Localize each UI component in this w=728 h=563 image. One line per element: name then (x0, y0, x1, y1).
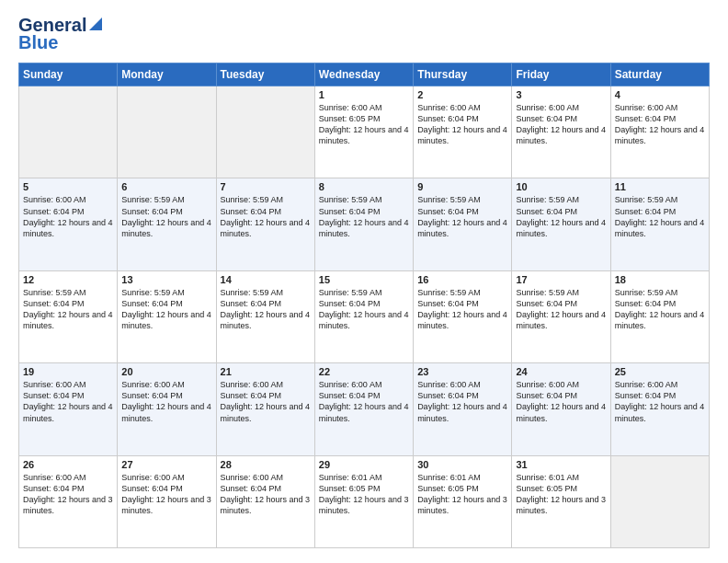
calendar-cell: 31Sunrise: 6:01 AMSunset: 6:05 PMDayligh… (512, 455, 610, 547)
day-number: 30 (417, 459, 507, 470)
day-number: 17 (516, 274, 606, 285)
calendar-day-header: Friday (512, 63, 610, 86)
calendar-cell: 27Sunrise: 6:00 AMSunset: 6:04 PMDayligh… (118, 455, 216, 547)
calendar-week-row: 1Sunrise: 6:00 AMSunset: 6:05 PMDaylight… (19, 86, 710, 178)
cell-content: Sunrise: 6:01 AMSunset: 6:05 PMDaylight:… (319, 472, 409, 517)
cell-content: Sunrise: 6:00 AMSunset: 6:04 PMDaylight:… (221, 379, 311, 424)
calendar-week-row: 19Sunrise: 6:00 AMSunset: 6:04 PMDayligh… (19, 363, 710, 455)
calendar-cell: 30Sunrise: 6:01 AMSunset: 6:05 PMDayligh… (414, 455, 512, 547)
cell-content: Sunrise: 5:59 AMSunset: 6:04 PMDaylight:… (417, 287, 507, 332)
calendar-cell: 18Sunrise: 5:59 AMSunset: 6:04 PMDayligh… (610, 270, 709, 362)
cell-content: Sunrise: 5:59 AMSunset: 6:04 PMDaylight:… (615, 194, 705, 239)
calendar-cell (19, 86, 118, 178)
calendar-cell: 11Sunrise: 5:59 AMSunset: 6:04 PMDayligh… (610, 178, 709, 270)
cell-content: Sunrise: 5:59 AMSunset: 6:04 PMDaylight:… (121, 194, 211, 239)
day-number: 27 (121, 459, 211, 470)
logo: General Blue (18, 15, 102, 53)
cell-content: Sunrise: 6:00 AMSunset: 6:04 PMDaylight:… (417, 102, 507, 147)
calendar-cell: 8Sunrise: 5:59 AMSunset: 6:04 PMDaylight… (314, 178, 413, 270)
day-number: 26 (23, 459, 113, 470)
day-number: 29 (319, 459, 409, 470)
cell-content: Sunrise: 6:00 AMSunset: 6:04 PMDaylight:… (615, 379, 705, 424)
calendar-cell: 23Sunrise: 6:00 AMSunset: 6:04 PMDayligh… (414, 363, 512, 455)
day-number: 3 (516, 89, 606, 100)
cell-content: Sunrise: 6:00 AMSunset: 6:04 PMDaylight:… (516, 102, 606, 147)
calendar-cell: 6Sunrise: 5:59 AMSunset: 6:04 PMDaylight… (118, 178, 216, 270)
day-number: 28 (221, 459, 311, 470)
cell-content: Sunrise: 5:59 AMSunset: 6:04 PMDaylight:… (319, 194, 409, 239)
day-number: 9 (417, 181, 507, 192)
cell-content: Sunrise: 6:01 AMSunset: 6:05 PMDaylight:… (516, 472, 606, 517)
cell-content: Sunrise: 5:59 AMSunset: 6:04 PMDaylight:… (221, 194, 311, 239)
day-number: 31 (516, 459, 606, 470)
cell-content: Sunrise: 6:00 AMSunset: 6:04 PMDaylight:… (417, 379, 507, 424)
calendar-cell (118, 86, 216, 178)
day-number: 16 (417, 274, 507, 285)
cell-content: Sunrise: 5:59 AMSunset: 6:04 PMDaylight:… (23, 287, 113, 332)
calendar-day-header: Wednesday (314, 63, 413, 86)
cell-content: Sunrise: 5:59 AMSunset: 6:04 PMDaylight:… (319, 287, 409, 332)
cell-content: Sunrise: 6:00 AMSunset: 6:04 PMDaylight:… (121, 379, 211, 424)
day-number: 15 (319, 274, 409, 285)
calendar-cell: 21Sunrise: 6:00 AMSunset: 6:04 PMDayligh… (216, 363, 314, 455)
calendar-day-header: Sunday (19, 63, 118, 86)
calendar-cell: 4Sunrise: 6:00 AMSunset: 6:04 PMDaylight… (610, 86, 709, 178)
cell-content: Sunrise: 6:00 AMSunset: 6:04 PMDaylight:… (121, 472, 211, 517)
calendar-cell (216, 86, 314, 178)
calendar-cell: 9Sunrise: 5:59 AMSunset: 6:04 PMDaylight… (414, 178, 512, 270)
cell-content: Sunrise: 6:00 AMSunset: 6:04 PMDaylight:… (516, 379, 606, 424)
cell-content: Sunrise: 6:00 AMSunset: 6:04 PMDaylight:… (221, 472, 311, 517)
calendar-day-header: Thursday (414, 63, 512, 86)
day-number: 10 (516, 181, 606, 192)
calendar-cell: 13Sunrise: 5:59 AMSunset: 6:04 PMDayligh… (118, 270, 216, 362)
cell-content: Sunrise: 6:00 AMSunset: 6:04 PMDaylight:… (615, 102, 705, 147)
cell-content: Sunrise: 6:00 AMSunset: 6:04 PMDaylight:… (319, 379, 409, 424)
cell-content: Sunrise: 6:00 AMSunset: 6:04 PMDaylight:… (23, 194, 113, 239)
cell-content: Sunrise: 5:59 AMSunset: 6:04 PMDaylight:… (221, 287, 311, 332)
day-number: 2 (417, 89, 507, 100)
calendar-cell: 25Sunrise: 6:00 AMSunset: 6:04 PMDayligh… (610, 363, 709, 455)
day-number: 5 (23, 181, 113, 192)
day-number: 21 (221, 366, 311, 377)
day-number: 1 (319, 89, 409, 100)
calendar-cell: 16Sunrise: 5:59 AMSunset: 6:04 PMDayligh… (414, 270, 512, 362)
cell-content: Sunrise: 5:59 AMSunset: 6:04 PMDaylight:… (615, 287, 705, 332)
cell-content: Sunrise: 6:01 AMSunset: 6:05 PMDaylight:… (417, 472, 507, 517)
cell-content: Sunrise: 6:00 AMSunset: 6:04 PMDaylight:… (23, 379, 113, 424)
calendar-week-row: 5Sunrise: 6:00 AMSunset: 6:04 PMDaylight… (19, 178, 710, 270)
cell-content: Sunrise: 6:00 AMSunset: 6:04 PMDaylight:… (23, 472, 113, 517)
calendar-cell: 28Sunrise: 6:00 AMSunset: 6:04 PMDayligh… (216, 455, 314, 547)
calendar-week-row: 26Sunrise: 6:00 AMSunset: 6:04 PMDayligh… (19, 455, 710, 547)
calendar-cell: 3Sunrise: 6:00 AMSunset: 6:04 PMDaylight… (512, 86, 610, 178)
calendar-cell: 15Sunrise: 5:59 AMSunset: 6:04 PMDayligh… (314, 270, 413, 362)
calendar-cell: 5Sunrise: 6:00 AMSunset: 6:04 PMDaylight… (19, 178, 118, 270)
calendar-cell: 7Sunrise: 5:59 AMSunset: 6:04 PMDaylight… (216, 178, 314, 270)
day-number: 12 (23, 274, 113, 285)
day-number: 7 (221, 181, 311, 192)
day-number: 23 (417, 366, 507, 377)
day-number: 18 (615, 274, 705, 285)
calendar-table: SundayMondayTuesdayWednesdayThursdayFrid… (18, 63, 710, 548)
cell-content: Sunrise: 5:59 AMSunset: 6:04 PMDaylight:… (516, 194, 606, 239)
calendar-cell: 29Sunrise: 6:01 AMSunset: 6:05 PMDayligh… (314, 455, 413, 547)
day-number: 22 (319, 366, 409, 377)
svg-marker-0 (89, 17, 102, 30)
day-number: 4 (615, 89, 705, 100)
calendar-cell: 10Sunrise: 5:59 AMSunset: 6:04 PMDayligh… (512, 178, 610, 270)
calendar-cell (610, 455, 709, 547)
calendar-day-header: Monday (118, 63, 216, 86)
day-number: 25 (615, 366, 705, 377)
calendar-cell: 17Sunrise: 5:59 AMSunset: 6:04 PMDayligh… (512, 270, 610, 362)
calendar-cell: 14Sunrise: 5:59 AMSunset: 6:04 PMDayligh… (216, 270, 314, 362)
cell-content: Sunrise: 6:00 AMSunset: 6:05 PMDaylight:… (319, 102, 409, 147)
calendar-week-row: 12Sunrise: 5:59 AMSunset: 6:04 PMDayligh… (19, 270, 710, 362)
day-number: 13 (121, 274, 211, 285)
calendar-day-header: Tuesday (216, 63, 314, 86)
calendar-cell: 1Sunrise: 6:00 AMSunset: 6:05 PMDaylight… (314, 86, 413, 178)
calendar-cell: 2Sunrise: 6:00 AMSunset: 6:04 PMDaylight… (414, 86, 512, 178)
cell-content: Sunrise: 5:59 AMSunset: 6:04 PMDaylight:… (417, 194, 507, 239)
cell-content: Sunrise: 5:59 AMSunset: 6:04 PMDaylight:… (121, 287, 211, 332)
calendar-cell: 26Sunrise: 6:00 AMSunset: 6:04 PMDayligh… (19, 455, 118, 547)
page: General Blue SundayMondayTuesdayWednesda… (0, 0, 728, 563)
logo-blue: Blue (18, 32, 58, 53)
